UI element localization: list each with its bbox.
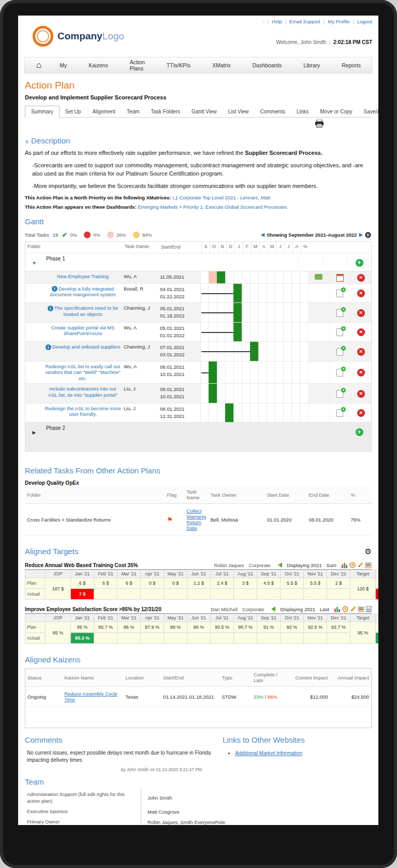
tab-gantt-view[interactable]: Gantt View xyxy=(186,106,223,117)
tab-set-up[interactable]: Set Up xyxy=(60,106,87,117)
create-task-icon[interactable] xyxy=(336,328,343,336)
target-col-header: JOP xyxy=(46,614,71,622)
delete-icon[interactable]: ✕ xyxy=(357,348,365,356)
kaizen-name-link[interactable]: Reduce Assembly Cycle Time xyxy=(64,691,117,702)
xmatrix-link[interactable]: L1 Corporate Top Level 2021 - Lennarz, M… xyxy=(172,195,270,200)
nav-item-action-plans[interactable]: Action Plans xyxy=(119,59,156,71)
list-icon[interactable] xyxy=(358,606,364,612)
add-task-icon[interactable]: + xyxy=(356,259,363,267)
delete-icon[interactable]: ✕ xyxy=(357,328,365,336)
topbar-link-email-support[interactable]: Email Support xyxy=(289,19,320,24)
related-task-link[interactable]: Collect Warranty Return Data xyxy=(186,508,206,531)
tab-team[interactable]: Team xyxy=(121,106,145,117)
gantt-task-row: Include subcontractors into our ASL list… xyxy=(25,384,371,403)
tab-save-apply-template[interactable]: Save/Apply Template xyxy=(358,106,378,117)
dashboards-link[interactable]: Emerging Markets > Priority 1: Execute G… xyxy=(138,204,287,210)
tab-alignment[interactable]: Alignment xyxy=(86,106,121,117)
info-icon[interactable]: i xyxy=(48,306,53,311)
gantt-bar-icon xyxy=(250,342,258,361)
nav-item-admin[interactable]: Admin xyxy=(372,62,378,68)
plan-month-value: 92.7 % xyxy=(327,622,350,633)
actual-row-label: Actual xyxy=(25,633,46,644)
gantt-settings-gear-icon[interactable]: ⚙ xyxy=(365,231,372,239)
legend-hatched-dot-icon-2 xyxy=(107,232,114,238)
delete-icon[interactable]: ✕ xyxy=(357,309,365,317)
task-name-link[interactable]: The specifications need to be treated as… xyxy=(54,305,119,317)
task-end-date: 01.18.2022 xyxy=(160,312,199,320)
calc-icon[interactable] xyxy=(366,606,372,612)
tab-comments[interactable]: Comments xyxy=(255,106,291,117)
phase-expander[interactable]: ▶ xyxy=(25,428,43,435)
topbar-link-my-profile[interactable]: My Profile xyxy=(328,19,349,24)
task-name-link[interactable]: Redesign the ASL to become more user fri… xyxy=(45,406,121,417)
expand-triangle-icon[interactable]: ▶ xyxy=(33,430,36,435)
actual-month-value xyxy=(211,589,234,600)
target-jop-value: 85 % xyxy=(46,622,71,644)
clock-icon[interactable] xyxy=(349,562,356,568)
create-task-icon[interactable] xyxy=(336,409,343,417)
info-icon[interactable]: i xyxy=(46,344,51,350)
nav-item-kaizens[interactable]: Kaizens xyxy=(78,62,119,68)
nav-item-ttis-kpis[interactable]: TTIs/KPIs xyxy=(156,62,201,68)
tab-move-or-copy[interactable]: Move or Copy xyxy=(314,106,358,117)
collapse-chevron-icon[interactable]: ∧ xyxy=(25,138,29,144)
delete-icon[interactable]: ✕ xyxy=(357,274,365,282)
targets-settings-gear-icon[interactable]: ⚙ xyxy=(365,547,372,555)
actual-month-value xyxy=(304,633,327,644)
actual-month-value xyxy=(234,633,257,644)
tab-links[interactable]: Links xyxy=(291,106,314,117)
nav-item-reports[interactable]: Reports xyxy=(331,62,372,68)
task-name-link[interactable]: Develop and onboard suppliers xyxy=(52,344,121,350)
task-name-link[interactable]: New Employee Training xyxy=(57,273,109,279)
delete-icon[interactable]: ✕ xyxy=(357,409,365,417)
print-icon[interactable] xyxy=(315,120,324,128)
task-name-link[interactable]: Develop a fully integrated document mang… xyxy=(50,286,115,298)
chart-icon[interactable] xyxy=(341,562,348,568)
collapse-triangle-icon[interactable]: ▼ xyxy=(32,261,37,266)
dependency-line-icon xyxy=(201,351,250,352)
chart-icon[interactable] xyxy=(334,606,341,612)
task-dates-cell: 08.01.202110.01.2021 xyxy=(159,384,200,403)
delete-icon[interactable]: ✕ xyxy=(357,390,365,398)
task-owner-cell: Boxall, R xyxy=(123,284,159,303)
create-task-icon[interactable] xyxy=(336,348,343,356)
nav-item-library[interactable]: Library xyxy=(292,62,331,68)
range-next-icon[interactable]: ▶ xyxy=(359,232,363,237)
add-task-icon[interactable]: + xyxy=(356,428,363,436)
topbar-link-help[interactable]: Help xyxy=(272,19,282,24)
clock-icon[interactable] xyxy=(342,606,348,612)
related-group-title: Develop Quality OpEx xyxy=(25,480,372,486)
displaying-back-arrow-icon[interactable] xyxy=(275,562,282,568)
task-name-link[interactable]: Redesign ASL list to easily call out ven… xyxy=(45,364,121,381)
pencil-icon[interactable] xyxy=(357,562,363,568)
delete-icon[interactable]: ✕ xyxy=(357,369,365,377)
home-icon[interactable]: ⌂ xyxy=(29,60,49,70)
external-link[interactable]: Additional Market Information xyxy=(235,750,302,756)
info-icon[interactable]: i xyxy=(52,286,57,292)
tab-task-folders[interactable]: Task Folders xyxy=(145,106,186,117)
displaying-back-arrow-icon[interactable] xyxy=(269,606,275,612)
nav-item-dashboards[interactable]: Dashboards xyxy=(242,62,293,68)
nav-item-xmatrix[interactable]: XMatrix xyxy=(201,62,242,68)
tab-list-view[interactable]: List View xyxy=(223,106,255,117)
create-task-icon[interactable] xyxy=(336,390,343,398)
delete-icon[interactable]: ✕ xyxy=(357,290,365,297)
task-name-link[interactable]: Include subcontractors into our ASL list… xyxy=(48,386,117,398)
list-icon[interactable] xyxy=(365,562,372,568)
comment-icon[interactable] xyxy=(315,274,322,280)
phase-expander[interactable]: ▼ xyxy=(25,258,43,266)
nav-item-my[interactable]: My xyxy=(49,62,78,68)
pencil-icon[interactable] xyxy=(350,606,356,612)
task-name-link[interactable]: Create supplier portal via MS SharePoint… xyxy=(51,325,115,337)
export-icon[interactable] xyxy=(336,274,344,282)
range-prev-icon[interactable]: ◀ xyxy=(261,232,264,237)
create-task-icon[interactable] xyxy=(336,369,343,377)
target-col-header: Nov '21 xyxy=(304,570,327,578)
create-task-icon[interactable] xyxy=(336,309,343,317)
tab-summary[interactable]: Summary xyxy=(25,106,60,118)
welcome-bar: Welcome, John Smith | 2:02:18 PM CST xyxy=(276,39,372,45)
gantt-chart-cell xyxy=(200,403,308,423)
topbar-link-logout[interactable]: Logout xyxy=(357,19,372,24)
create-task-icon[interactable] xyxy=(336,290,343,297)
targets-container: Reduce Annual Web Based Training Cost 35… xyxy=(25,562,372,644)
